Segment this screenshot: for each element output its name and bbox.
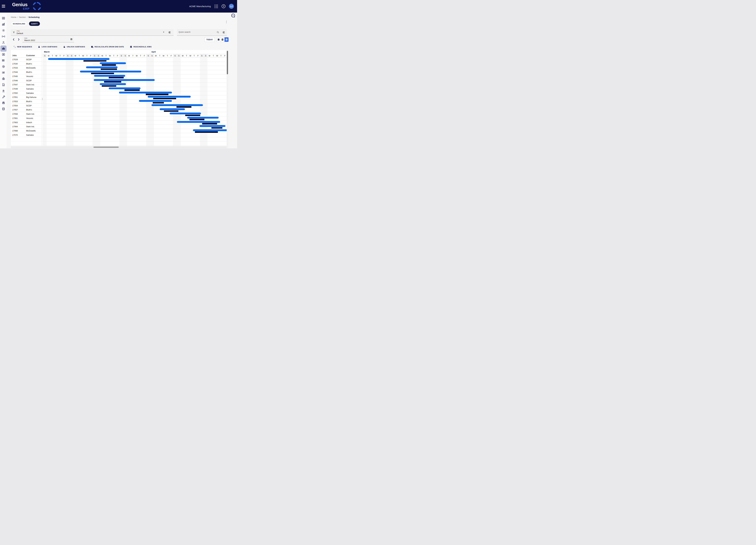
recalculate-drum-end-date-button[interactable]: RECALCULATE DRUM END DATE (91, 46, 124, 48)
sidebar-item-user[interactable] (0, 39, 7, 46)
table-row-job-17061[interactable]: 17061Vesuvio (11, 116, 42, 120)
sidebar-item-documents[interactable] (0, 57, 7, 63)
chat-feedback-icon[interactable] (231, 13, 235, 18)
gantt-bar-drum-job-17063[interactable] (202, 123, 217, 124)
table-row-job-17050[interactable]: 17050Satriales (11, 91, 42, 95)
search-input[interactable] (179, 31, 215, 33)
lock-subtasks-button[interactable]: LOCK SUBTASKS (38, 46, 57, 48)
gantt-bar-drum-job-17046[interactable] (104, 81, 121, 83)
horizontal-scrollbar-thumb[interactable] (93, 146, 119, 148)
table-row-job-17058[interactable]: 17058Stark Ind. (11, 112, 42, 116)
breadcrumb-home[interactable]: Home (11, 16, 16, 18)
unlock-subtasks-button[interactable]: UNLOCK SUBTASKS (63, 46, 85, 48)
gantt-bar-drum-job-17064[interactable] (211, 127, 222, 129)
table-row-job-17051[interactable]: 17051Big Kahuna (11, 95, 42, 99)
table-row-job-17033[interactable]: 17033McDowells (11, 66, 42, 70)
table-row-job-17064[interactable]: 17064Stark Ind. (11, 124, 42, 129)
date-field[interactable]: Date March 2022 (22, 36, 74, 42)
table-row-job-17053[interactable]: 17053Bluth's (11, 99, 42, 104)
table-row-job-17030[interactable]: 17030Bluth's (11, 62, 42, 66)
sidebar-item-file-chart[interactable] (0, 82, 7, 88)
gantt-bar-drum-job-17050[interactable] (146, 94, 168, 95)
table-row-job-17054[interactable]: 17054SCDP (11, 104, 42, 108)
gantt-bar-planned-job-17063[interactable] (177, 121, 220, 123)
gantt-bar-planned-job-17050[interactable] (119, 92, 172, 93)
sidebar-item-id-badge[interactable] (0, 51, 7, 57)
sidebar-item-factory[interactable] (0, 46, 7, 52)
filter-field[interactable]: Filter Default ▼ (11, 29, 174, 36)
gantt-bar-drum-job-17030[interactable] (102, 64, 116, 66)
help-icon[interactable]: ? (222, 4, 225, 8)
splitter-drag-handle-icon[interactable] (42, 98, 43, 100)
sidebar-item-barcode[interactable] (0, 33, 7, 39)
sidebar-item-database[interactable] (0, 106, 7, 112)
hamburger-menu-icon[interactable] (2, 4, 6, 8)
gantt-bar-planned-job-17033[interactable] (86, 66, 117, 68)
table-row-job-17046[interactable]: 17046SCDP (11, 78, 42, 83)
table-row-job-17049[interactable]: 17049Satriales (11, 87, 42, 91)
previous-period-chevron-icon[interactable] (12, 38, 15, 41)
sidebar-item-register[interactable] (0, 100, 7, 106)
gantt-bar-planned-job-17029[interactable] (48, 58, 109, 60)
tab-gantt[interactable]: GANTT (29, 21, 40, 26)
gantt-bar-drum-job-17057[interactable] (164, 110, 178, 112)
today-button[interactable]: TODAY (204, 37, 215, 42)
table-row-job-17045[interactable]: 17045Vesuvio (11, 74, 42, 78)
gantt-bar-drum-job-17047[interactable] (102, 85, 116, 87)
avatar[interactable]: LJ (229, 4, 234, 9)
filter-dropdown-caret-icon[interactable]: ▼ (163, 31, 165, 33)
day-view-button[interactable] (217, 37, 221, 42)
table-row-job-17047[interactable]: 17047Stark Ind. (11, 83, 42, 87)
gantt-bar-planned-job-17054[interactable] (152, 104, 203, 106)
sidebar-item-maintenance[interactable] (0, 94, 7, 100)
gantt-bar-planned-job-17045[interactable] (94, 75, 125, 77)
sidebar-item-settings[interactable] (0, 27, 7, 33)
table-row-job-17070[interactable]: 17070Satriales (11, 133, 42, 137)
gantt-bar-drum-job-17051[interactable] (153, 98, 176, 99)
tab-scheduling[interactable]: SCHEDULING (11, 21, 27, 26)
gantt-bar-planned-job-17051[interactable] (148, 96, 191, 98)
overflow-menu-icon[interactable]: ⋮ (225, 20, 227, 24)
gantt-bar-drum-job-17029[interactable] (83, 60, 106, 62)
table-row-job-17057[interactable]: 17057Bluth's (11, 108, 42, 112)
gantt-bar-drum-job-17053[interactable] (153, 102, 164, 104)
sidebar-item-quality[interactable] (0, 63, 7, 70)
table-row-job-17044[interactable]: 17044Bluth's (11, 70, 42, 74)
search-tune-icon[interactable] (222, 31, 225, 34)
filter-tune-icon[interactable] (168, 31, 171, 34)
gantt-bar-planned-job-17030[interactable] (100, 62, 126, 64)
sidebar-item-analytics[interactable] (0, 21, 7, 27)
table-row-job-17063[interactable]: 17063Initech (11, 120, 42, 125)
gantt-bar-planned-job-17046[interactable] (94, 79, 155, 81)
gantt-bar-drum-job-17058[interactable] (185, 115, 200, 116)
gantt-bar-drum-job-17068[interactable] (195, 131, 218, 133)
new-sequence-button[interactable]: NEW SEQUENCE (13, 46, 32, 48)
month-view-button[interactable] (225, 37, 228, 42)
gantt-bar-drum-job-17054[interactable] (176, 106, 191, 108)
gantt-bar-planned-job-17061[interactable] (187, 117, 219, 119)
gantt-bar-drum-job-17049[interactable] (124, 89, 140, 91)
vertical-scrollbar-thumb[interactable] (227, 51, 228, 74)
table-row-job-17029[interactable]: 17029SCDP (11, 57, 42, 62)
gantt-bar-planned-job-17047[interactable] (100, 83, 126, 85)
breadcrumb-section[interactable]: Section (19, 16, 26, 18)
gantt-bar-planned-job-17058[interactable] (170, 112, 201, 114)
search-icon[interactable] (217, 31, 219, 34)
gantt-bar-planned-job-17053[interactable] (139, 100, 172, 102)
date-calendar-icon[interactable] (70, 38, 73, 40)
gantt-bar-planned-job-17064[interactable] (199, 125, 225, 127)
sidebar-item-dashboard[interactable] (0, 15, 7, 21)
reschedule-jobs-button[interactable]: RESCHEDULE JOBS (130, 46, 152, 48)
gantt-bar-planned-job-17068[interactable] (193, 129, 227, 131)
app-switcher-icon[interactable] (215, 5, 218, 8)
table-row-empty[interactable] (11, 141, 42, 145)
sidebar-item-finance[interactable] (0, 76, 7, 82)
gantt-bar-drum-job-17061[interactable] (189, 119, 204, 120)
sidebar-item-engineering[interactable] (0, 88, 7, 94)
gantt-bar-drum-job-17044[interactable] (91, 73, 114, 74)
gantt-bar-planned-job-17057[interactable] (160, 108, 185, 110)
table-row-job-17068[interactable]: 17068McDowells (11, 129, 42, 133)
table-row-empty[interactable] (11, 137, 42, 141)
week-view-button[interactable] (221, 37, 225, 42)
gantt-bar-planned-job-17049[interactable] (109, 87, 140, 89)
